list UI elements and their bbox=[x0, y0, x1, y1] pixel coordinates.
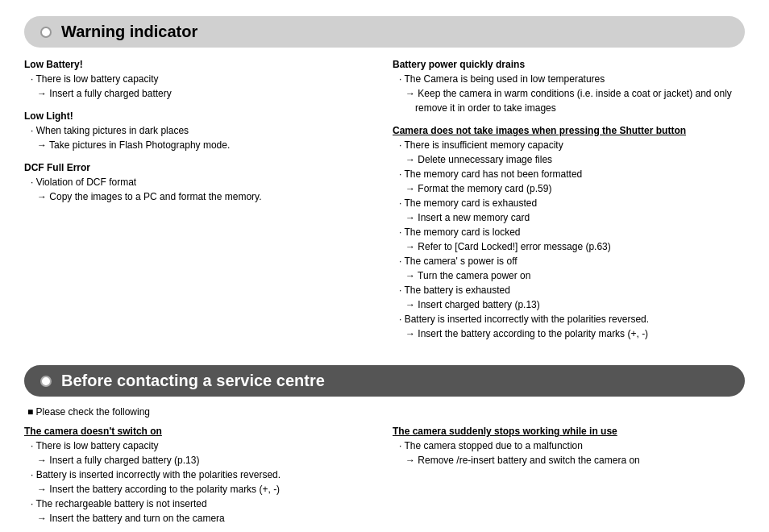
low-light-title: Low Light! bbox=[24, 110, 376, 122]
warning-title: Warning indicator bbox=[61, 23, 197, 41]
cam-ni-item5: · The camera' s power is off bbox=[393, 254, 745, 268]
ns-arrow1: → Insert a fully charged battery (p.13) bbox=[24, 453, 376, 468]
ns-item2: · Battery is inserted incorrectly with t… bbox=[24, 468, 376, 482]
low-light-item1: · When taking pictures in dark places bbox=[24, 123, 376, 138]
service-header: Before contacting a service centre bbox=[24, 365, 745, 397]
cam-ni-item1: · There is insufficient memory capacity bbox=[393, 138, 745, 152]
camera-stops-title: The camera suddenly stops working while … bbox=[393, 426, 745, 437]
low-battery-arrow1: → Insert a fully charged battery bbox=[24, 86, 376, 101]
warning-right-col: Battery power quickly drains · The Camer… bbox=[393, 59, 745, 351]
check-note: Please check the following bbox=[24, 406, 745, 418]
battery-drains-arrow1b: remove it in order to take images bbox=[393, 101, 745, 115]
battery-drains-block: Battery power quickly drains · The Camer… bbox=[393, 59, 745, 115]
cam-ni-item3: · The memory card is exhausted bbox=[393, 196, 745, 210]
warning-dot bbox=[40, 27, 52, 38]
cam-ni-arrow6: → Insert charged battery (p.13) bbox=[393, 297, 745, 312]
dcf-item1: · Violation of DCF format bbox=[24, 175, 376, 189]
low-battery-title: Low Battery! bbox=[24, 59, 376, 70]
low-battery-item1: · There is low battery capacity bbox=[24, 72, 376, 86]
battery-drains-item1: · The Camera is being used in low temper… bbox=[393, 72, 745, 86]
cam-ni-arrow2: → Format the memory card (p.59) bbox=[393, 181, 745, 196]
low-light-block: Low Light! · When taking pictures in dar… bbox=[24, 110, 376, 152]
dcf-block: DCF Full Error · Violation of DCF format… bbox=[24, 162, 376, 204]
cam-ni-arrow4: → Refer to [Card Locked!] error message … bbox=[393, 239, 745, 254]
ns-item3: · The rechargeable battery is not insert… bbox=[24, 497, 376, 511]
dcf-arrow1: → Copy the images to a PC and format the… bbox=[24, 189, 376, 204]
cam-ni-item2: · The memory card has not been formatted bbox=[393, 167, 745, 181]
battery-drains-arrow1: → Keep the camera in warm conditions (i.… bbox=[393, 86, 745, 101]
cam-ni-arrow5: → Turn the camera power on bbox=[393, 268, 745, 283]
page: Warning indicator Low Battery! · There i… bbox=[0, 0, 769, 532]
service-right-col: The camera suddenly stops working while … bbox=[393, 426, 745, 532]
warning-left-col: Low Battery! · There is low battery capa… bbox=[24, 59, 376, 351]
camera-no-image-block: Camera does not take images when pressin… bbox=[393, 125, 745, 341]
no-switch-title: The camera doesn't switch on bbox=[24, 426, 376, 437]
ns-arrow3: → Insert the battery and turn on the cam… bbox=[24, 511, 376, 526]
low-light-arrow1: → Take pictures in Flash Photography mod… bbox=[24, 138, 376, 152]
battery-drains-title: Battery power quickly drains bbox=[393, 59, 745, 70]
cam-ni-arrow7: → Insert the battery according to the po… bbox=[393, 326, 745, 341]
camera-stops-block: The camera suddenly stops working while … bbox=[393, 426, 745, 468]
camera-no-image-title: Camera does not take images when pressin… bbox=[393, 125, 745, 136]
service-content: The camera doesn't switch on · There is … bbox=[24, 426, 745, 532]
dcf-title: DCF Full Error bbox=[24, 162, 376, 173]
warning-section: Warning indicator Low Battery! · There i… bbox=[24, 16, 745, 351]
cam-ni-arrow3: → Insert a new memory card bbox=[393, 210, 745, 225]
low-battery-block: Low Battery! · There is low battery capa… bbox=[24, 59, 376, 101]
service-left-col: The camera doesn't switch on · There is … bbox=[24, 426, 376, 532]
service-section: Before contacting a service centre Pleas… bbox=[24, 365, 745, 532]
cam-ni-item6: · The battery is exhausted bbox=[393, 283, 745, 297]
cam-ni-item7: · Battery is inserted incorrectly with t… bbox=[393, 312, 745, 326]
ns-arrow2: → Insert the battery according to the po… bbox=[24, 482, 376, 497]
warning-header: Warning indicator bbox=[24, 16, 745, 48]
cs-arrow1: → Remove /re-insert battery and switch t… bbox=[393, 453, 745, 468]
service-title: Before contacting a service centre bbox=[61, 372, 325, 390]
cam-ni-arrow1: → Delete unnecessary image files bbox=[393, 152, 745, 167]
service-dot bbox=[40, 376, 52, 387]
cam-ni-item4: · The memory card is locked bbox=[393, 225, 745, 239]
cs-item1: · The camera stopped due to a malfunctio… bbox=[393, 438, 745, 453]
warning-content: Low Battery! · There is low battery capa… bbox=[24, 59, 745, 351]
ns-item1: · There is low battery capacity bbox=[24, 438, 376, 453]
no-switch-block: The camera doesn't switch on · There is … bbox=[24, 426, 376, 526]
